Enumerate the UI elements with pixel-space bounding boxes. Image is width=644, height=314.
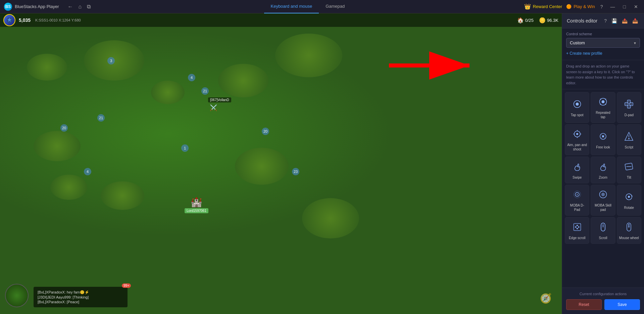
play-win-label: Play & Win: [574, 4, 595, 9]
home-button[interactable]: ⌂: [77, 2, 84, 11]
control-swipe[interactable]: Swipe: [565, 156, 589, 183]
reset-button[interactable]: Reset: [566, 299, 602, 310]
help-text: Drag and drop an action on your game scr…: [562, 60, 644, 89]
svg-marker-11: [628, 106, 630, 107]
save-button[interactable]: Save: [604, 299, 640, 310]
tab-keyboard-mouse[interactable]: Keyboard and mouse: [264, 0, 319, 13]
mouse-wheel-label: Mouse wheel: [619, 236, 639, 240]
control-edge-scroll[interactable]: Edge scroll: [565, 217, 589, 244]
app-logo: BS BlueStacks App Player: [0, 3, 63, 11]
controls-row-2: Aim, pan and shoot Free look: [565, 124, 641, 155]
chat-box: 99+ [BxL]XParadoxX: hey fam🙂⚡ [J3DI]JEDI…: [34, 287, 128, 307]
tree-cluster-3: [151, 81, 185, 104]
config-actions: Current configuration actions Reset Save: [562, 287, 644, 314]
scheme-dropdown[interactable]: Custom: [566, 38, 640, 48]
back-button[interactable]: ←: [66, 2, 75, 11]
panel-help-button[interactable]: ?: [603, 17, 608, 24]
tab-button[interactable]: ⧉: [85, 2, 93, 11]
reward-icon: 👑: [524, 3, 531, 10]
control-rotate[interactable]: Rotate: [617, 185, 641, 216]
top-bar: BS BlueStacks App Player ← ⌂ ⧉ Keyboard …: [0, 0, 644, 13]
control-tap-spot[interactable]: Tap spot: [565, 92, 589, 123]
aim-pan-icon: [571, 128, 583, 140]
main-area: 5,035 K:SSS1-0010 X:1264 Y:680 🏠 0/25 🪙 …: [0, 13, 644, 314]
reward-center[interactable]: 👑 Reward Center: [524, 3, 562, 10]
svg-text:8: 8: [577, 193, 578, 196]
mouse-wheel-icon: [623, 221, 635, 233]
control-repeated-tap[interactable]: Repeated tap: [591, 92, 615, 123]
controls-row-1: Tap spot Repeated tap: [565, 92, 641, 123]
map-marker-4b: 4: [84, 168, 91, 175]
svg-marker-13: [632, 103, 632, 105]
control-zoom[interactable]: Zoom: [591, 156, 615, 183]
create-profile-button[interactable]: + Create new profile: [566, 50, 602, 56]
close-button[interactable]: ✕: [632, 3, 640, 11]
chat-line-3: [BxL]XParadoxX: [Peace]: [38, 300, 123, 304]
controls-row-5: Edge scroll Scroll: [565, 217, 641, 244]
map-marker-4a: 4: [188, 74, 195, 81]
swipe-label: Swipe: [573, 175, 582, 180]
minimize-button[interactable]: —: [608, 3, 617, 11]
map-marker-20: 20: [60, 124, 68, 132]
chat-badge: 99+: [122, 283, 131, 288]
svg-marker-34: [631, 196, 633, 197]
config-buttons: Reset Save: [566, 299, 640, 310]
d-pad-icon: [623, 98, 635, 110]
rotate-label: Rotate: [624, 206, 634, 210]
repeated-tap-label: Repeated tap: [593, 110, 613, 119]
tilt-icon: [623, 161, 635, 173]
tree-cluster-6: [34, 131, 81, 161]
player-marker-1: ⚔️: [210, 104, 217, 111]
housing-value: 0/25: [525, 18, 534, 23]
scheme-dropdown-wrapper[interactable]: Custom: [566, 38, 640, 48]
player-label-1: [067]VollanD: [208, 97, 231, 102]
control-aim-pan[interactable]: Aim, pan and shoot: [565, 124, 589, 155]
edge-scroll-label: Edge scroll: [569, 236, 585, 240]
control-script[interactable]: Script: [617, 124, 641, 155]
maximize-button[interactable]: □: [621, 3, 628, 11]
map-marker-21: 21: [97, 114, 105, 122]
control-d-pad[interactable]: D-pad: [617, 92, 641, 123]
control-free-look[interactable]: Free look: [591, 124, 615, 155]
resource-gold: 🪙 96.3K: [539, 17, 558, 24]
tree-cluster-9: [302, 198, 359, 238]
control-scroll[interactable]: Scroll: [591, 217, 615, 244]
resource-housing: 🏠 0/25: [517, 17, 534, 24]
control-tilt[interactable]: Tilt: [617, 156, 641, 183]
scheme-label: Control scheme: [566, 32, 640, 36]
svg-marker-46: [628, 224, 630, 225]
tree-cluster-1: [27, 54, 67, 81]
red-arrow-svg: [382, 39, 476, 92]
chat-line-1: [BxL]XParadoxX: hey fam🙂⚡: [38, 290, 123, 295]
help-button[interactable]: ?: [599, 3, 604, 10]
svg-marker-47: [628, 226, 630, 228]
scroll-label: Scroll: [599, 236, 607, 240]
free-look-label: Free look: [596, 145, 610, 149]
swipe-icon: [571, 161, 583, 173]
play-win[interactable]: 🟠 Play & Win: [566, 4, 595, 9]
panel-import-icon[interactable]: 📥: [631, 17, 639, 24]
panel-header: Controls editor ? 💾 📤 📥: [562, 13, 644, 29]
map-marker-23: 23: [292, 168, 299, 175]
game-background: 5,035 K:SSS1-0010 X:1264 Y:680 🏠 0/25 🪙 …: [0, 13, 562, 314]
controls-row-4: 8 MOBA D-Pad MOBA Skill pad: [565, 185, 641, 216]
tree-cluster-5: [275, 34, 342, 77]
panel-export-icon[interactable]: 📤: [621, 17, 629, 24]
moba-skill-label: MOBA Skill pad: [593, 203, 613, 212]
svg-marker-40: [578, 226, 580, 228]
controls-grid: Tap spot Repeated tap: [562, 89, 644, 287]
control-moba-skill[interactable]: MOBA Skill pad: [591, 185, 615, 216]
tab-gamepad[interactable]: Gamepad: [319, 0, 351, 13]
control-mouse-wheel[interactable]: Mouse wheel: [617, 217, 641, 244]
tree-cluster-7: [235, 148, 289, 185]
svg-point-33: [628, 196, 630, 197]
map-marker-3: 3: [107, 57, 115, 64]
game-coords: K:SSS1-0010 X:1264 Y:680: [35, 18, 81, 22]
svg-marker-38: [576, 228, 578, 230]
panel-save-icon[interactable]: 💾: [610, 17, 618, 24]
svg-marker-37: [576, 224, 578, 226]
control-moba-dpad[interactable]: 8 MOBA D-Pad: [565, 185, 589, 216]
free-look-icon: [597, 130, 609, 142]
minimap[interactable]: [5, 284, 29, 307]
svg-point-31: [601, 193, 604, 196]
